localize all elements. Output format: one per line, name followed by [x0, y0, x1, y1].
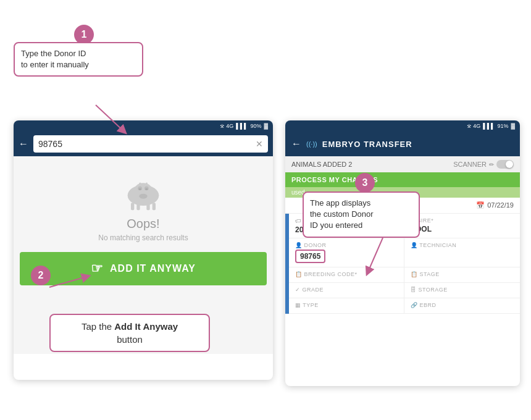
breeding-code-label: 📋 BREEDING CODE*: [295, 271, 398, 277]
toggle-track[interactable]: [496, 160, 514, 169]
hand-cursor-icon: ☞: [91, 261, 104, 277]
back-arrow-right[interactable]: ←: [291, 138, 301, 149]
cow-illustration: [119, 175, 168, 212]
toggle-knob: [506, 161, 513, 168]
sire-value: POOL: [411, 225, 514, 233]
storage-cell: 🗄 STORAGE: [404, 283, 520, 298]
svg-rect-5: [131, 203, 134, 210]
animals-added-label: ANIMALS ADDED 2: [291, 161, 352, 168]
no-results-text: No matching search results: [98, 233, 188, 242]
right-status-bar: ※ 4G ▌▌▌ 91% ▓: [285, 120, 520, 132]
step-3-circle: 3: [355, 173, 375, 193]
grade-label: ✓ GRADE: [295, 287, 398, 293]
app-title: EMBRYO TRANSFER: [322, 140, 412, 149]
left-status-bar: ※ 4G ▌▌▌ 90% ▓: [14, 120, 273, 132]
step-3-callout: The app displaysthe custom DonorID you e…: [303, 191, 420, 238]
sire-field-cell: ♂ SIRE* POOL: [404, 214, 520, 238]
step-2-callout: Tap the Add It Anywaybutton: [49, 314, 210, 352]
oops-title: Oops!: [127, 217, 159, 231]
app-header: ← ((·)) EMBRYO TRANSFER: [285, 132, 520, 156]
stage-label: 📋 STAGE: [411, 271, 514, 277]
type-label: ▦ TYPE: [295, 302, 398, 308]
search-value: 98765: [38, 139, 62, 149]
storage-label: 🗄 STORAGE: [411, 287, 514, 293]
svg-point-4: [139, 194, 147, 199]
donor-value-highlighted: 98765: [295, 250, 325, 263]
pencil-icon: ✏: [489, 161, 494, 168]
step-1-callout: Type the Donor IDto enter it manually: [14, 42, 143, 77]
clear-icon[interactable]: ✕: [256, 139, 263, 149]
right-phone: ※ 4G ▌▌▌ 91% ▓ ← ((·)) EMBRYO TRANSFER A…: [285, 120, 520, 386]
search-input-box[interactable]: 98765 ✕: [33, 135, 268, 153]
donor-field-cell: 👤 DONOR 98765: [289, 238, 404, 267]
stage-cell: 📋 STAGE: [404, 267, 520, 283]
svg-point-9: [139, 188, 141, 190]
svg-rect-7: [146, 203, 149, 210]
scanner-label: SCANNER: [453, 161, 487, 168]
technician-field-cell: 👤 TECHNICIAN: [404, 238, 520, 267]
date-value: 07/22/19: [487, 201, 514, 209]
technician-label: 👤 TECHNICIAN: [411, 242, 514, 248]
donor-label: 👤 DONOR: [295, 242, 398, 248]
grade-cell: ✓ GRADE: [289, 283, 404, 298]
step-2-circle: 2: [31, 266, 51, 285]
svg-rect-8: [153, 203, 156, 210]
back-arrow-left[interactable]: ←: [19, 138, 28, 149]
add-anyway-button[interactable]: ☞ ADD IT ANYWAY: [20, 252, 267, 285]
svg-point-10: [145, 188, 148, 190]
scanner-toggle[interactable]: SCANNER ✏: [453, 160, 514, 169]
svg-rect-6: [136, 203, 140, 210]
wifi-icon: ((·)): [306, 140, 317, 148]
breeding-code-cell: 📋 BREEDING CODE*: [289, 267, 404, 283]
search-bar: ← 98765 ✕: [14, 132, 273, 156]
sire-label: ♂ SIRE*: [411, 217, 514, 224]
process-changes-bar[interactable]: PROCESS MY CHANGES: [285, 172, 520, 187]
ebrd-label: 🔗 EBRD: [411, 302, 514, 308]
animals-bar: ANIMALS ADDED 2 SCANNER ✏: [285, 156, 520, 172]
type-cell: ▦ TYPE: [289, 298, 404, 314]
ebrd-cell: 🔗 EBRD: [404, 298, 520, 314]
add-anyway-label: ADD IT ANYWAY: [110, 263, 196, 274]
